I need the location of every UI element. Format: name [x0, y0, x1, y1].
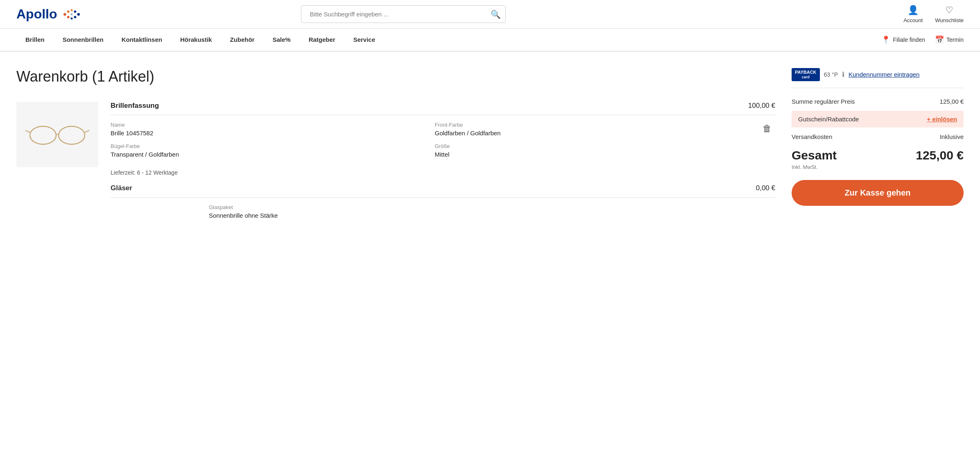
attr-front-farbe: Front-Farbe Goldfarben / Goldfarben	[435, 122, 751, 137]
brillenfassung-section: Brillenfassung 100,00 € Name Brille 1045…	[111, 102, 775, 176]
total-label: Gesamt	[792, 148, 837, 162]
svg-point-10	[59, 126, 85, 144]
groesse-value: Mittel	[435, 151, 751, 158]
main-content: Warenkorb (1 Artikel)	[0, 52, 980, 235]
svg-point-8	[70, 13, 72, 15]
glaspaket-label: Glaspaket	[209, 204, 775, 210]
kundennummer-link[interactable]: Kundennummer eintragen	[849, 71, 919, 78]
buegel-farbe-value: Transparent / Goldfarben	[111, 151, 427, 158]
svg-point-0	[63, 13, 66, 16]
header: Apollo 🔍 👤 Account ♡ Wunschliste	[0, 0, 980, 29]
svg-point-9	[30, 126, 56, 144]
svg-point-2	[70, 9, 72, 11]
cart-title: Warenkorb (1 Artikel)	[16, 68, 775, 85]
total-row: Gesamt 125,00 €	[792, 148, 964, 162]
glaeser-title: Gläser	[111, 184, 132, 192]
payback-sub: card	[802, 75, 810, 80]
wishlist-link[interactable]: ♡ Wunschliste	[935, 5, 964, 23]
nav-item-kontaktlinsen[interactable]: Kontaktlinsen	[113, 29, 171, 52]
summe-label: Summe regulärer Preis	[792, 98, 855, 105]
logo-area: Apollo	[16, 6, 98, 23]
account-icon: 👤	[908, 5, 919, 16]
payback-badge: PAYBACK card	[792, 68, 820, 81]
location-icon: 📍	[881, 35, 890, 44]
svg-point-6	[70, 17, 72, 19]
header-actions: 👤 Account ♡ Wunschliste	[903, 5, 964, 23]
product-details: Brillenfassung 100,00 € Name Brille 1045…	[111, 102, 775, 219]
section-price: 100,00 €	[748, 102, 775, 110]
voucher-label: Gutschein/Rabattcode	[798, 116, 859, 123]
name-label: Name	[111, 122, 427, 128]
nav-item-ratgeber[interactable]: Ratgeber	[300, 29, 344, 52]
navigation: Brillen Sonnenbrillen Kontaktlinsen Höra…	[0, 29, 980, 52]
delete-button[interactable]: 🗑	[759, 122, 775, 136]
attr-groesse: Größe Mittel	[435, 143, 751, 158]
svg-point-3	[74, 10, 76, 13]
nav-item-sonnenbrillen[interactable]: Sonnenbrillen	[54, 29, 113, 52]
info-icon[interactable]: ℹ	[842, 71, 844, 78]
voucher-link[interactable]: + einlösen	[927, 116, 957, 123]
summary-sidebar: PAYBACK card 63 °P ℹ Kundennummer eintra…	[792, 68, 964, 219]
nav-right: 📍 Filiale finden 📅 Termin	[881, 35, 964, 44]
svg-point-7	[74, 16, 76, 18]
logo-icon	[61, 6, 82, 23]
versand-value: Inklusive	[940, 133, 964, 140]
front-farbe-label: Front-Farbe	[435, 122, 751, 128]
cart-section: Warenkorb (1 Artikel)	[16, 68, 775, 219]
glaeser-price: 0,00 €	[756, 184, 775, 192]
nav-item-zubehoer[interactable]: Zubehör	[221, 29, 263, 52]
nav-termin[interactable]: 📅 Termin	[935, 35, 964, 44]
groesse-label: Größe	[435, 143, 751, 149]
glaeser-header: Gläser 0,00 €	[111, 184, 775, 198]
svg-point-1	[67, 10, 69, 13]
wishlist-label: Wunschliste	[935, 17, 964, 23]
cart-item: Brillenfassung 100,00 € Name Brille 1045…	[16, 102, 775, 219]
calendar-icon: 📅	[935, 35, 944, 44]
attr-buegel-farbe: Bügel-Farbe Transparent / Goldfarben	[111, 143, 427, 158]
payback-label: PAYBACK	[795, 70, 817, 75]
search-button[interactable]: 🔍	[491, 9, 501, 19]
versand-label: Versandkosten	[792, 133, 832, 140]
heart-icon: ♡	[945, 5, 953, 16]
svg-line-12	[85, 130, 89, 132]
nav-item-sale[interactable]: Sale%	[263, 29, 299, 52]
product-image	[16, 102, 98, 167]
nav-item-hoerakustik[interactable]: Hörakustik	[171, 29, 221, 52]
filiale-label: Filiale finden	[893, 36, 925, 43]
nav-item-brillen[interactable]: Brillen	[16, 29, 54, 52]
svg-point-4	[77, 13, 80, 16]
voucher-row: Gutschein/Rabattcode + einlösen	[792, 111, 964, 127]
logo-text[interactable]: Apollo	[16, 7, 57, 22]
section-title: Brillenfassung	[111, 102, 159, 110]
checkout-button[interactable]: Zur Kasse gehen	[792, 180, 964, 206]
glaspaket-value: Sonnenbrille ohne Stärke	[209, 212, 775, 219]
glaeser-section: Gläser 0,00 € Glaspaket Sonnenbrille ohn…	[111, 184, 775, 219]
account-label: Account	[903, 17, 923, 23]
svg-line-11	[25, 130, 30, 132]
summe-row: Summe regulärer Preis 125,00 €	[792, 98, 964, 105]
front-farbe-value: Goldfarben / Goldfarben	[435, 130, 751, 137]
nav-item-service[interactable]: Service	[344, 29, 384, 52]
total-value: 125,00 €	[916, 148, 964, 162]
glaeser-attrs: Glaspaket Sonnenbrille ohne Stärke	[111, 204, 775, 219]
nav-filiale[interactable]: 📍 Filiale finden	[881, 35, 925, 44]
mwst-note: Inkl. MwSt.	[792, 164, 964, 170]
summe-value: 125,00 €	[940, 98, 964, 105]
search-input[interactable]	[301, 5, 506, 23]
termin-label: Termin	[946, 36, 964, 43]
svg-point-5	[67, 16, 69, 18]
search-area: 🔍	[301, 5, 506, 23]
payback-row: PAYBACK card 63 °P ℹ Kundennummer eintra…	[792, 68, 964, 88]
attr-name: Name Brille 10457582	[111, 122, 427, 137]
account-link[interactable]: 👤 Account	[903, 5, 923, 23]
lieferzeit: Lieferzeit: 6 - 12 Werktage	[111, 169, 751, 176]
glasses-image	[25, 118, 90, 151]
section-header: Brillenfassung 100,00 €	[111, 102, 775, 115]
buegel-farbe-label: Bügel-Farbe	[111, 143, 427, 149]
payback-points: 63 °P	[824, 71, 838, 78]
versand-row: Versandkosten Inklusive	[792, 133, 964, 140]
product-attributes: Name Brille 10457582 Front-Farbe Goldfar…	[111, 122, 775, 176]
name-value: Brille 10457582	[111, 130, 427, 137]
